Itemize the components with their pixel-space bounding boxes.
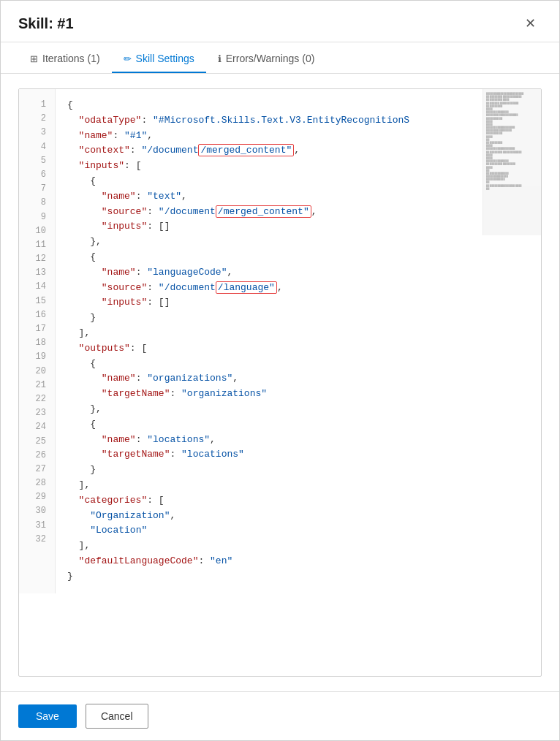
cancel-button[interactable]: Cancel [86,704,148,729]
tab-iterations[interactable]: ⊞ Iterations (1) [18,45,112,73]
errors-icon: ℹ [218,53,222,64]
tab-skill-settings[interactable]: ✏ Skill Settings [112,45,206,73]
modal-header: Skill: #1 ✕ [1,1,559,42]
modal-footer: Save Cancel [1,691,559,740]
minimap: ████████████████████████ ██ ████████ ███… [483,89,541,235]
tab-bar: ⊞ Iterations (1) ✏ Skill Settings ℹ Erro… [1,45,559,74]
save-button[interactable]: Save [18,704,77,728]
skill-settings-icon: ✏ [124,53,132,64]
code-content[interactable]: { "odataType": "#Microsoft.Skills.Text.V… [56,89,541,593]
line-numbers: 1234567891011121314151617181920212223242… [19,89,56,593]
iterations-icon: ⊞ [30,53,38,64]
code-editor[interactable]: 1234567891011121314151617181920212223242… [18,88,542,677]
close-button[interactable]: ✕ [519,14,542,33]
modal-title: Skill: #1 [18,15,74,32]
skill-modal: Skill: #1 ✕ ⊞ Iterations (1) ✏ Skill Set… [0,0,560,741]
tab-errors-warnings[interactable]: ℹ Errors/Warnings (0) [206,45,327,73]
